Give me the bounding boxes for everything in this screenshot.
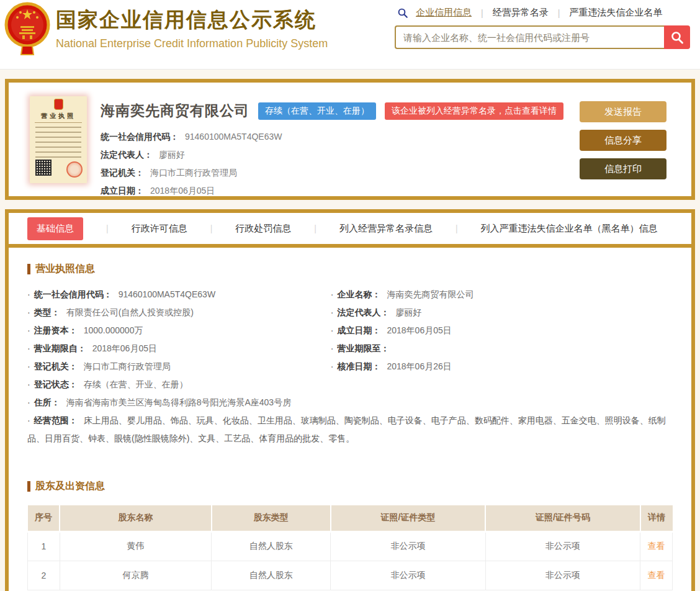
shareholders-section-title: 股东及出资信息 [27, 480, 673, 493]
page-header: 国家企业信用信息公示系统 National Enterprise Credit … [0, 0, 700, 70]
field-approval-date: ·核准日期：2018年06月26日 [331, 358, 673, 376]
field-established-date: ·成立日期：2018年06月05日 [331, 322, 673, 340]
section-title-bar [27, 481, 30, 492]
col-header-type: 股东类型 [212, 505, 331, 531]
national-emblem-logo [4, 1, 51, 60]
col-header-cert-type: 证照/证件类型 [331, 505, 485, 531]
search-input[interactable] [395, 25, 664, 49]
nav-serious-violations[interactable]: 严重违法失信企业名单 [569, 7, 662, 19]
tab-abnormal-list[interactable]: 列入经营异常名录信息 [339, 223, 433, 235]
tab-separator: | [210, 223, 213, 233]
table-row: 2 何京腾 自然人股东 非公示项 非公示项 查看 [28, 561, 673, 590]
license-red-seal [66, 161, 83, 178]
summary-field-established: 成立日期：2018年06月05日 [101, 182, 691, 200]
search-button-icon [670, 30, 684, 45]
company-summary-card: 营业执照 海南奕先商贸有限公司 存续（在营、开业、在册） 该企业被列入经营异常名… [5, 79, 695, 200]
cell-cert-type: 非公示项 [331, 531, 485, 561]
search-icon [397, 7, 408, 19]
view-detail-link[interactable]: 查看 [648, 570, 665, 580]
nav-enterprise-credit[interactable]: 企业信用信息 [416, 7, 472, 19]
nav-separator: | [481, 8, 483, 18]
cell-type: 自然人股东 [212, 561, 331, 590]
status-badge: 存续（在营、开业、在册） [258, 102, 376, 120]
tab-admin-penalty[interactable]: 行政处罚信息 [235, 223, 291, 235]
view-detail-link[interactable]: 查看 [648, 541, 665, 551]
col-header-cert-no: 证照/证件号码 [485, 505, 640, 531]
site-subtitle: National Enterprise Credit Information P… [56, 37, 328, 50]
table-row: 1 黄伟 自然人股东 非公示项 非公示项 查看 [28, 531, 673, 561]
field-address: ·住所：海南省海南市美兰区海甸岛得利路8号阳光海景A座403号房 [27, 394, 331, 412]
field-company-type: ·类型：有限责任公司(自然人投资或控股) [27, 304, 331, 322]
tab-admin-license[interactable]: 行政许可信息 [132, 223, 187, 235]
license-qr-code [35, 160, 52, 176]
share-info-button[interactable]: 信息分享 [580, 130, 666, 151]
license-divider [35, 122, 82, 123]
license-fields: ·统一社会信用代码：91460100MA5T4QE63W ·类型：有限责任公司(… [27, 286, 673, 412]
detail-card: 基础信息 | 行政许可信息 | 行政处罚信息 | 列入经营异常名录信息 | 列入… [5, 209, 695, 591]
cell-cert-no: 非公示项 [485, 561, 640, 590]
search-box [395, 25, 690, 49]
field-term-from: ·营业期限自：2018年06月05日 [27, 340, 331, 358]
field-term-to: ·营业期限至： [331, 340, 673, 358]
tab-blacklist[interactable]: 列入严重违法失信企业名单（黑名单）信息 [481, 223, 658, 235]
send-report-button[interactable]: 发送报告 [580, 101, 666, 122]
business-license-image: 营业执照 [30, 96, 87, 183]
col-header-name: 股东名称 [60, 505, 211, 531]
license-image-title: 营业执照 [30, 112, 87, 120]
field-business-scope: ·经营范围：床上用品、婴儿用品、饰品、玩具、化妆品、卫生用品、玻璃制品、陶瓷制品… [27, 412, 673, 448]
print-info-button[interactable]: 信息打印 [580, 158, 666, 179]
license-text-lines [35, 127, 81, 159]
cell-name: 何京腾 [60, 561, 211, 590]
license-emblem-icon [54, 99, 63, 110]
detail-tabbar: 基础信息 | 行政许可信息 | 行政处罚信息 | 列入经营异常名录信息 | 列入… [9, 213, 691, 244]
cell-type: 自然人股东 [212, 531, 331, 561]
search-area: 企业信用信息 | 经营异常名录 | 严重违法失信企业名单 [395, 7, 690, 49]
tab-separator: | [455, 223, 458, 233]
cell-no: 2 [28, 561, 60, 590]
field-company-name: ·企业名称：海南奕先商贸有限公司 [331, 286, 673, 304]
nav-abnormal-operations[interactable]: 经营异常名录 [493, 7, 549, 19]
cell-cert-no: 非公示项 [485, 531, 640, 561]
tab-separator: | [106, 223, 109, 233]
col-header-no: 序号 [28, 505, 60, 531]
table-header-row: 序号 股东名称 股东类型 证照/证件类型 证照/证件号码 详情 [28, 505, 673, 531]
shareholders-table: 序号 股东名称 股东类型 证照/证件类型 证照/证件号码 详情 1 黄伟 自然人 [27, 505, 673, 590]
cell-no: 1 [28, 531, 60, 561]
main-content: 营业执照 海南奕先商贸有限公司 存续（在营、开业、在册） 该企业被列入经营异常名… [0, 79, 700, 591]
section-title-bar [27, 264, 30, 274]
company-name: 海南奕先商贸有限公司 [101, 101, 249, 120]
field-registry-authority: ·登记机关：海口市工商行政管理局 [27, 358, 331, 376]
brand-block: 国家企业信用信息公示系统 National Enterprise Credit … [56, 6, 328, 50]
col-header-detail: 详情 [640, 505, 673, 531]
tab-basic-info[interactable]: 基础信息 [27, 217, 83, 240]
detail-body: 营业执照信息 ·统一社会信用代码：91460100MA5T4QE63W ·类型：… [9, 248, 691, 590]
license-section-title: 营业执照信息 [27, 263, 673, 276]
field-legal-rep: ·法定代表人：廖丽好 [331, 304, 673, 322]
search-button[interactable] [664, 25, 690, 49]
nav-separator: | [558, 8, 560, 18]
field-credit-code: ·统一社会信用代码：91460100MA5T4QE63W [27, 286, 331, 304]
field-registration-status: ·登记状态：存续（在营、开业、在册） [27, 376, 331, 394]
cell-name: 黄伟 [60, 531, 211, 561]
search-nav: 企业信用信息 | 经营异常名录 | 严重违法失信企业名单 [397, 7, 690, 19]
shareholders-section: 股东及出资信息 序号 股东名称 股东类型 证照/证件类型 证照/证件号码 详情 [27, 480, 673, 590]
field-registered-capital: ·注册资本：1000.000000万 [27, 322, 331, 340]
abnormal-warning-badge[interactable]: 该企业被列入经营异常名录，点击查看详情 [385, 102, 563, 120]
cell-cert-type: 非公示项 [331, 561, 485, 590]
summary-actions: 发送报告 信息分享 信息打印 [580, 101, 666, 179]
tab-separator: | [314, 223, 316, 233]
site-title: 国家企业信用信息公示系统 [56, 6, 328, 34]
